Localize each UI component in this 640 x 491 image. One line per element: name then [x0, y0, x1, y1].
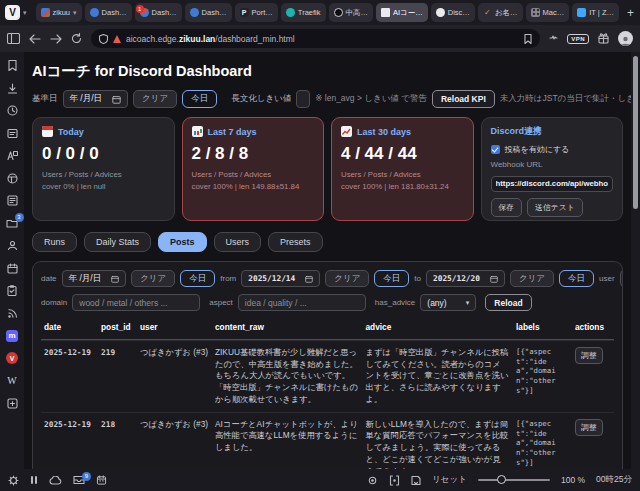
- menu-caret-icon[interactable]: [23, 9, 27, 17]
- tab-it-z[interactable]: IT | Z…: [572, 3, 619, 22]
- tab-runs[interactable]: Runs: [32, 232, 77, 252]
- images-toggle-icon[interactable]: [389, 475, 400, 486]
- to-clear-button[interactable]: クリア: [510, 270, 554, 287]
- tab-dash-2[interactable]: 1 Dash…: [135, 3, 182, 22]
- reload-icon[interactable]: [71, 33, 82, 44]
- reload-button[interactable]: Reload: [485, 294, 531, 311]
- aspect-input-box[interactable]: [238, 294, 366, 311]
- page-scrollbar[interactable]: [631, 52, 640, 469]
- to-date-input[interactable]: 2025/12/20: [426, 270, 505, 287]
- calendar-status-icon[interactable]: [96, 475, 107, 485]
- wikipedia-panel-icon[interactable]: W: [6, 374, 19, 387]
- date-clear-button[interactable]: クリア: [131, 270, 175, 287]
- from-clear-button[interactable]: クリア: [325, 270, 369, 287]
- vivaldi-menu-button[interactable]: V: [5, 5, 20, 20]
- adjust-button[interactable]: 調整: [575, 419, 603, 436]
- base-date-input[interactable]: 年 /月/日: [63, 90, 129, 108]
- card-title: Last 7 days: [208, 127, 257, 137]
- reload-kpi-button[interactable]: Reload KPI: [432, 90, 495, 108]
- contacts-icon[interactable]: [6, 239, 19, 252]
- tab-daily-stats[interactable]: Daily Stats: [84, 232, 151, 252]
- tab-onamae[interactable]: ✓ お名…: [478, 3, 523, 22]
- insecure-warning-icon[interactable]: [113, 35, 121, 43]
- history-icon[interactable]: [6, 104, 19, 117]
- tab-users[interactable]: Users: [214, 232, 262, 252]
- profile-avatar[interactable]: [618, 31, 633, 46]
- capture-icon[interactable]: [367, 475, 378, 486]
- tab-chuko[interactable]: 中高…: [329, 3, 374, 22]
- tab-posts[interactable]: Posts: [158, 232, 207, 252]
- zoom-slider-knob[interactable]: [497, 475, 506, 484]
- from-today-button[interactable]: 今日: [374, 270, 409, 287]
- threshold-note: ※ len_avg > しきい値 で警告: [315, 93, 427, 105]
- webpanel-red-icon[interactable]: V: [6, 352, 19, 365]
- tab-dash-3[interactable]: Dash…: [185, 3, 232, 22]
- windows-icon[interactable]: [6, 172, 19, 185]
- settings-gear-icon[interactable]: [8, 475, 19, 486]
- kpi-card-7days: Last 7 days 2 / 8 / 8 Users / Posts / Ad…: [182, 117, 325, 221]
- threshold-input-box[interactable]: [296, 90, 310, 108]
- downloads-icon[interactable]: [6, 82, 19, 95]
- notes-icon[interactable]: [6, 127, 19, 140]
- mail-status-icon[interactable]: 9: [73, 475, 85, 485]
- bookmarks-icon[interactable]: [6, 59, 19, 72]
- tracker-shield-icon[interactable]: [99, 34, 108, 44]
- dashy-icon: 1: [140, 8, 149, 17]
- feeds-icon[interactable]: [6, 307, 19, 320]
- zoom-slider[interactable]: [478, 479, 550, 481]
- aspect-input[interactable]: [245, 298, 359, 308]
- to-today-button[interactable]: 今日: [559, 270, 594, 287]
- webhook-url-input[interactable]: [491, 176, 614, 192]
- vpn-extension-badge[interactable]: VPN: [567, 34, 589, 44]
- enable-post-checkbox-row[interactable]: 投稿を有効にする: [491, 144, 614, 155]
- url-bar[interactable]: aicoach.edge.zikuu.lan/dashboard_min.htm…: [91, 29, 540, 48]
- tasks-icon[interactable]: [6, 284, 19, 297]
- tab-aicoach-active[interactable]: AIコー…: [376, 3, 428, 22]
- send-test-button[interactable]: 送信テスト: [527, 198, 583, 217]
- status-clock: 00時25分: [596, 474, 632, 486]
- scrollbar-thumb[interactable]: [633, 56, 638, 209]
- from-date-input[interactable]: 2025/12/14: [241, 270, 320, 287]
- domain-input-box[interactable]: [72, 294, 200, 311]
- tab-mac[interactable]: Mac…: [526, 3, 570, 22]
- tab-portainer[interactable]: P Port…: [235, 3, 278, 22]
- panel-toggle-icon[interactable]: [7, 33, 20, 44]
- zoom-reset-button[interactable]: リセット: [432, 474, 467, 486]
- sync-cloud-icon[interactable]: [49, 476, 62, 485]
- tab-dash-1[interactable]: Dash…: [85, 3, 132, 22]
- mail-icon[interactable]: 3: [6, 217, 19, 230]
- mastodon-panel-icon[interactable]: m: [6, 329, 19, 342]
- new-tab-button[interactable]: [622, 6, 639, 20]
- page-actions-icon[interactable]: [411, 475, 421, 486]
- has-advice-label: has_advice: [375, 298, 415, 307]
- date-today-button[interactable]: 今日: [180, 270, 215, 287]
- tab-bar: V zikuu Dash… 1 Dash… Dash… P Port… Trae…: [0, 0, 640, 25]
- translate-icon[interactable]: [6, 149, 19, 162]
- checkbox-checked-icon[interactable]: [491, 145, 500, 154]
- has-advice-select[interactable]: (any): [420, 294, 476, 311]
- tab-discord-repo[interactable]: Disc…: [431, 3, 475, 22]
- back-icon[interactable]: [29, 34, 41, 44]
- bookmark-icon[interactable]: [524, 34, 532, 44]
- reading-list-icon[interactable]: [6, 194, 19, 207]
- tab-presets[interactable]: Presets: [268, 232, 323, 252]
- tab-label: Port…: [252, 8, 273, 17]
- github-icon: [436, 8, 445, 17]
- add-webpanel-icon[interactable]: [6, 397, 19, 410]
- cell-user: つばきかずお (#3): [140, 347, 208, 406]
- base-date-today-button[interactable]: 今日: [182, 90, 217, 108]
- tab-traefik[interactable]: Traefik: [281, 3, 326, 22]
- calendar-icon[interactable]: [6, 262, 19, 275]
- forward-icon[interactable]: [50, 34, 62, 44]
- adjust-button[interactable]: 調整: [575, 347, 603, 364]
- date-filter-input[interactable]: 年 /月/日: [62, 270, 127, 287]
- tab-zikuu[interactable]: zikuu: [36, 3, 82, 22]
- domain-input[interactable]: [79, 298, 193, 308]
- save-button[interactable]: 保存: [491, 198, 523, 217]
- extension-icon[interactable]: [549, 34, 558, 43]
- user-select[interactable]: (all users): [620, 270, 623, 287]
- break-mode-icon[interactable]: [30, 475, 38, 485]
- extensions-package-icon[interactable]: [598, 33, 609, 44]
- base-date-clear-button[interactable]: クリア: [133, 90, 177, 108]
- zenn-icon: [577, 8, 586, 17]
